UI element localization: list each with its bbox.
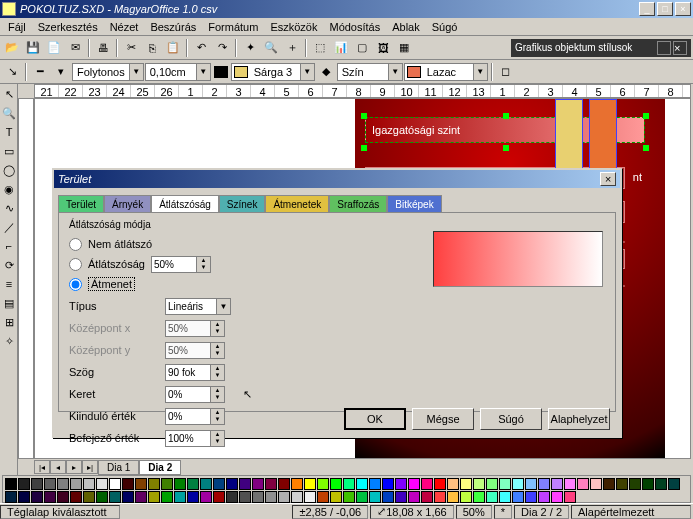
palette-swatch[interactable] — [252, 491, 264, 503]
close-button[interactable]: × — [675, 2, 691, 16]
palette-swatch[interactable] — [369, 478, 381, 490]
navigator-icon[interactable]: ✦ — [240, 38, 260, 58]
palette-swatch[interactable] — [148, 478, 160, 490]
palette-swatch[interactable] — [174, 491, 186, 503]
palette-swatch[interactable] — [551, 491, 563, 503]
ellipse-tool-icon[interactable]: ◯ — [1, 161, 17, 179]
palette-swatch[interactable] — [473, 478, 485, 490]
menu-format[interactable]: Formátum — [202, 19, 264, 35]
handle[interactable] — [503, 145, 509, 151]
palette-swatch[interactable] — [538, 478, 550, 490]
palette-swatch[interactable] — [239, 491, 251, 503]
palette-swatch[interactable] — [31, 478, 43, 490]
tab-nav-next[interactable]: ▸ — [66, 460, 82, 474]
line-color-combo[interactable]: Sárga 3▼ — [231, 63, 315, 81]
ok-button[interactable]: OK — [344, 408, 406, 430]
menu-edit[interactable]: Szerkesztés — [32, 19, 104, 35]
handle[interactable] — [503, 113, 509, 119]
palette-swatch[interactable] — [18, 478, 30, 490]
tab-shadow[interactable]: Árnyék — [104, 195, 151, 213]
palette-swatch[interactable] — [200, 491, 212, 503]
tab-hatch[interactable]: Sraffozás — [329, 195, 387, 213]
palette-swatch[interactable] — [668, 478, 680, 490]
palette-swatch[interactable] — [187, 491, 199, 503]
rect-tool-icon[interactable]: ▭ — [1, 142, 17, 160]
handle[interactable] — [643, 145, 649, 151]
palette-swatch[interactable] — [382, 478, 394, 490]
palette-swatch[interactable] — [265, 478, 277, 490]
palette-swatch[interactable] — [525, 478, 537, 490]
slide-icon[interactable]: ▢ — [352, 38, 372, 58]
arrange-tool-icon[interactable]: ▤ — [1, 294, 17, 312]
arrow-ends-icon[interactable]: ▾ — [51, 62, 71, 82]
palette-swatch[interactable] — [122, 478, 134, 490]
palette-swatch[interactable] — [213, 478, 225, 490]
text-tool-icon[interactable]: T — [1, 123, 17, 141]
slide-tab-1[interactable]: Dia 1 — [98, 460, 139, 475]
palette-swatch[interactable] — [31, 491, 43, 503]
palette-swatch[interactable] — [135, 478, 147, 490]
handle[interactable] — [643, 113, 649, 119]
palette-swatch[interactable] — [200, 478, 212, 490]
styles-icon-1[interactable] — [657, 41, 671, 55]
palette-swatch[interactable] — [109, 478, 121, 490]
tab-colors[interactable]: Színek — [219, 195, 266, 213]
reset-button[interactable]: Alaphelyzet — [548, 408, 610, 430]
radio-none[interactable] — [69, 238, 82, 251]
palette-swatch[interactable] — [226, 491, 238, 503]
palette-swatch[interactable] — [161, 478, 173, 490]
type-combo[interactable]: ▼ — [165, 298, 231, 315]
tab-bitmaps[interactable]: Bitképek — [387, 195, 441, 213]
palette-swatch[interactable] — [330, 491, 342, 503]
shadow-icon[interactable]: ◻ — [496, 62, 516, 82]
tab-transparency[interactable]: Átlátszóság — [151, 195, 219, 213]
end-spinner[interactable]: ▲▼ — [165, 430, 225, 447]
fill-icon[interactable]: ◆ — [316, 62, 336, 82]
palette-swatch[interactable] — [239, 478, 251, 490]
palette-swatch[interactable] — [109, 491, 121, 503]
insert-tool-icon[interactable]: ⊞ — [1, 313, 17, 331]
palette-swatch[interactable] — [226, 478, 238, 490]
palette-swatch[interactable] — [512, 478, 524, 490]
palette-swatch[interactable] — [83, 491, 95, 503]
dialog-titlebar[interactable]: Terület × — [54, 170, 620, 188]
menu-tools[interactable]: Eszközök — [264, 19, 323, 35]
palette-swatch[interactable] — [499, 491, 511, 503]
menu-window[interactable]: Ablak — [386, 19, 426, 35]
palette-swatch[interactable] — [317, 491, 329, 503]
palette-swatch[interactable] — [317, 478, 329, 490]
plus-icon[interactable]: ＋ — [282, 38, 302, 58]
palette-swatch[interactable] — [135, 491, 147, 503]
slide-tab-2[interactable]: Dia 2 — [139, 460, 181, 475]
menu-view[interactable]: Nézet — [104, 19, 145, 35]
palette-swatch[interactable] — [148, 491, 160, 503]
mail-icon[interactable]: ✉ — [65, 38, 85, 58]
tab-nav-first[interactable]: |◂ — [34, 460, 50, 474]
palette-swatch[interactable] — [291, 491, 303, 503]
palette-swatch[interactable] — [460, 491, 472, 503]
palette-swatch[interactable] — [174, 478, 186, 490]
curve-tool-icon[interactable]: ∿ — [1, 199, 17, 217]
redo-icon[interactable]: ↷ — [212, 38, 232, 58]
palette-swatch[interactable] — [395, 491, 407, 503]
palette-swatch[interactable] — [499, 478, 511, 490]
palette-swatch[interactable] — [369, 491, 381, 503]
palette-swatch[interactable] — [655, 478, 667, 490]
undo-icon[interactable]: ↶ — [191, 38, 211, 58]
handle[interactable] — [361, 113, 367, 119]
palette-swatch[interactable] — [213, 491, 225, 503]
angle-spinner[interactable]: ▲▼ — [165, 364, 225, 381]
line-tool-icon[interactable]: ／ — [1, 218, 17, 236]
cancel-button[interactable]: Mégse — [412, 408, 474, 430]
tab-nav-last[interactable]: ▸| — [82, 460, 98, 474]
open-icon[interactable]: 📂 — [2, 38, 22, 58]
tab-nav-prev[interactable]: ◂ — [50, 460, 66, 474]
print-icon[interactable]: 🖶 — [93, 38, 113, 58]
styles-panel[interactable]: × — [511, 39, 691, 57]
fill-color-combo[interactable]: Lazac▼ — [404, 63, 488, 81]
palette-swatch[interactable] — [603, 478, 615, 490]
palette-swatch[interactable] — [96, 478, 108, 490]
palette-swatch[interactable] — [382, 491, 394, 503]
status-zoom[interactable]: 50% — [456, 505, 492, 519]
palette-swatch[interactable] — [486, 491, 498, 503]
